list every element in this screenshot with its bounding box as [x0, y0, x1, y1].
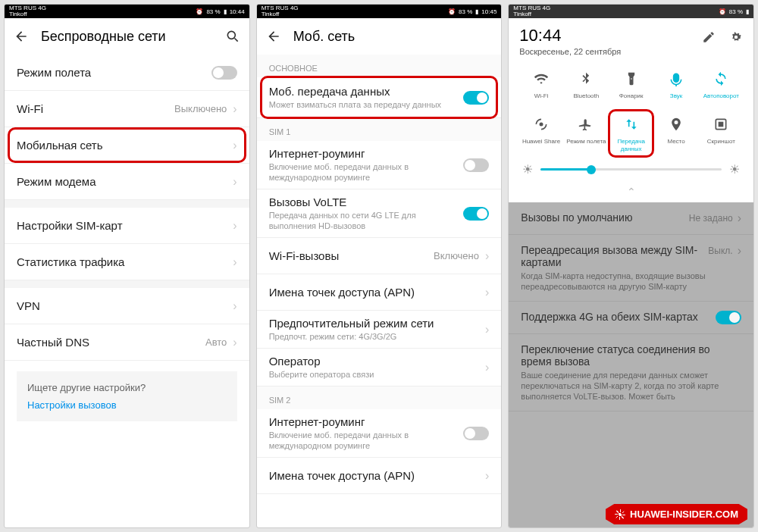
sound-icon — [666, 68, 687, 89]
tile-label: Место — [667, 138, 684, 153]
row-value: Выкл. — [708, 246, 732, 256]
hint-link[interactable]: Настройки вызовов — [27, 399, 227, 411]
row-mobile-data[interactable]: Моб. передача данных Может взиматься пла… — [257, 77, 502, 118]
tile-label: Bluetooth — [573, 92, 599, 108]
volte-toggle[interactable] — [463, 207, 489, 221]
panel-drag-handle[interactable]: ⌃ — [519, 184, 743, 202]
quick-tiles-grid: Wi-FiBluetoothФонарикЗвукАвтоповоротHuaw… — [519, 67, 743, 155]
row-label: Предпочтительный режим сети — [269, 317, 485, 330]
back-icon[interactable] — [266, 29, 281, 44]
page-title: Беспроводные сети — [41, 29, 213, 45]
row-operator[interactable]: Оператор Выберите оператора связи › — [257, 349, 502, 386]
chevron-right-icon: › — [233, 336, 236, 349]
row-sim-settings[interactable]: Настройки SIM-карт › — [5, 208, 249, 244]
status-bar: MTS RUS 4G Tinkoff ⏰ 83 % ▮ — [509, 5, 753, 18]
row-traffic-stats[interactable]: Статистика трафика › — [5, 244, 249, 280]
tile-sound[interactable]: Звук — [654, 67, 697, 109]
row-default-calls[interactable]: Вызовы по умолчанию Не задано › — [509, 202, 753, 235]
row-roaming-sim2[interactable]: Интернет-роуминг Включение моб. передачи… — [257, 409, 502, 458]
row-subtitle: Когда SIM-карта недоступна, входящие выз… — [521, 271, 708, 292]
row-mobile-network[interactable]: Мобильная сеть › — [5, 127, 249, 164]
row-call-forward[interactable]: Переадресация вызова между SIM-картами К… — [509, 235, 753, 302]
row-label: Имена точек доступа (APN) — [269, 286, 485, 299]
airplane-toggle[interactable] — [211, 66, 237, 80]
row-label: Моб. передача данных — [269, 85, 464, 98]
row-apn-sim2[interactable]: Имена точек доступа (APN) › — [257, 458, 502, 494]
brightness-slider[interactable] — [540, 168, 722, 171]
chevron-right-icon: › — [738, 211, 741, 225]
wifi-icon — [531, 68, 552, 89]
battery-icon: ▮ — [746, 8, 749, 15]
roaming-toggle[interactable] — [463, 427, 489, 440]
row-switch-connection[interactable]: Переключение статуса соединения во время… — [509, 334, 753, 412]
brightness-row: ☀ ☀ — [519, 155, 743, 184]
chevron-right-icon: › — [485, 361, 489, 374]
row-private-dns[interactable]: Частный DNS Авто › — [5, 324, 249, 361]
row-tethering[interactable]: Режим модема › — [5, 164, 249, 200]
chevron-right-icon: › — [485, 469, 489, 483]
row-airplane-mode[interactable]: Режим полета — [5, 55, 249, 91]
roaming-toggle[interactable] — [463, 158, 489, 172]
row-wifi-calling[interactable]: Wi-Fi-вызовы Включено › — [257, 238, 502, 274]
tile-huawei-share[interactable]: Huawei Share — [519, 112, 562, 155]
chevron-right-icon: › — [233, 299, 236, 313]
row-value: Выключено — [174, 103, 227, 114]
phone-screen-3: MTS RUS 4G Tinkoff ⏰ 83 % ▮ 10:44 Воскре… — [508, 4, 754, 528]
tile-location[interactable]: Место — [654, 112, 697, 155]
row-network-mode[interactable]: Предпочтительный режим сети Предпочт. ре… — [257, 311, 502, 349]
tile-bluetooth[interactable]: Bluetooth — [565, 67, 608, 109]
row-apn[interactable]: Имена точек доступа (APN) › — [257, 274, 502, 311]
edit-icon[interactable] — [702, 30, 716, 47]
tile-label: Скриншот — [707, 138, 735, 153]
quick-panel: 10:44 Воскресенье, 22 сентября Wi-FiBlue… — [509, 18, 753, 202]
row-label: Статистика трафика — [17, 255, 233, 268]
chevron-right-icon: › — [233, 175, 236, 189]
tile-airplane[interactable]: Режим полета — [565, 112, 608, 155]
qp-time: 10:44 — [519, 26, 621, 45]
row-vpn[interactable]: VPN › — [5, 288, 249, 324]
both-4g-toggle[interactable] — [716, 311, 741, 324]
tile-screenshot[interactable]: Скриншот — [700, 112, 743, 155]
row-label: Интернет-роуминг — [269, 415, 464, 428]
autorotate-icon — [710, 68, 731, 89]
row-label: Переключение статуса соединения во время… — [521, 343, 741, 368]
tile-label: Режим полета — [566, 138, 606, 153]
phone-screen-2: MTS RUS 4G Tinkoff ⏰ 83 % ▮ 10:45 Моб. с… — [256, 4, 503, 528]
chevron-right-icon: › — [233, 219, 236, 233]
back-icon[interactable] — [14, 29, 29, 44]
tile-label: Huawei Share — [522, 138, 560, 153]
chevron-right-icon: › — [233, 255, 236, 269]
row-label: VPN — [17, 299, 233, 312]
tile-label: Звук — [670, 92, 682, 108]
carrier-sub: Tinkoff — [513, 11, 550, 17]
row-subtitle: Включение моб. передачи данных в междуна… — [269, 161, 464, 183]
row-4g-both-sim[interactable]: Поддержка 4G на обеих SIM-картах — [509, 302, 753, 334]
tile-wifi[interactable]: Wi-Fi — [519, 67, 562, 109]
battery-percent: 83 % — [459, 8, 472, 15]
tile-autorotate[interactable]: Автоповорот — [700, 67, 743, 109]
carrier-sub: Tinkoff — [9, 11, 46, 17]
alarm-icon: ⏰ — [448, 8, 456, 15]
row-label: Режим модема — [17, 175, 233, 188]
clock: 10:44 — [230, 8, 245, 15]
row-volte[interactable]: Вызовы VoLTE Передача данных по сети 4G … — [257, 189, 502, 238]
gear-icon[interactable] — [729, 30, 743, 47]
row-value: Авто — [205, 336, 227, 348]
row-subtitle: Предпочт. режим сети: 4G/3G/2G — [269, 331, 485, 342]
tile-label: Фонарик — [619, 92, 644, 108]
svg-point-0 — [227, 31, 235, 39]
row-roaming[interactable]: Интернет-роуминг Включение моб. передачи… — [257, 141, 502, 189]
section-header: ОСНОВНОЕ — [257, 55, 502, 77]
tile-label: Автоповорот — [703, 92, 739, 108]
qp-date: Воскресенье, 22 сентября — [519, 47, 621, 56]
tile-mobile-data[interactable]: Передача данных — [609, 112, 653, 155]
page-title: Моб. сеть — [293, 29, 493, 45]
battery-icon: ▮ — [224, 8, 227, 15]
tile-label: Wi-Fi — [534, 92, 549, 108]
row-label: Поддержка 4G на обеих SIM-картах — [521, 311, 716, 323]
row-wifi[interactable]: Wi-Fi Выключено › — [5, 91, 249, 127]
tile-flashlight[interactable]: Фонарик — [609, 67, 653, 109]
location-icon — [666, 114, 687, 135]
search-icon[interactable] — [225, 29, 240, 44]
mobile-data-toggle[interactable] — [463, 91, 489, 105]
